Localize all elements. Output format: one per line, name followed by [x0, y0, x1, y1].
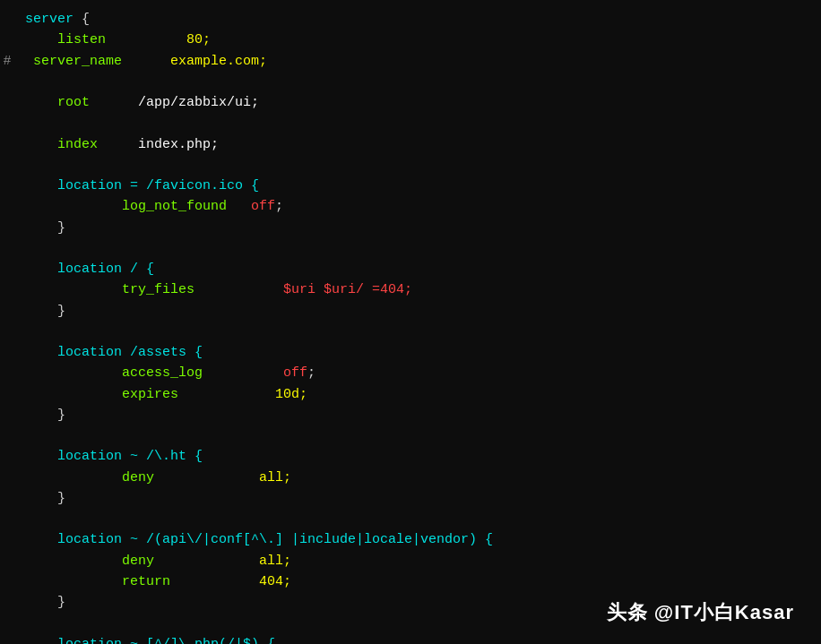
- code-token: server: [25, 12, 73, 27]
- line-content: root /app/zabbix/ui;: [18, 92, 807, 113]
- code-token: [194, 282, 283, 297]
- code-line: # server_name example.com;: [0, 51, 821, 72]
- line-content: location ~ /(api\/|conf[^\.] |include|lo…: [18, 529, 807, 550]
- code-token: location ~ /(api\/|conf[^\.] |include|lo…: [25, 532, 493, 547]
- code-token: }: [25, 304, 65, 319]
- code-line: return 404;: [0, 571, 821, 592]
- line-content: access_log off;: [18, 363, 807, 383]
- line-content: location = /favicon.ico {: [18, 176, 807, 196]
- code-line: [0, 425, 821, 446]
- code-token: location / {: [25, 262, 154, 277]
- code-line: listen 80;: [0, 30, 821, 50]
- code-line: location / {: [0, 259, 821, 279]
- line-content: [18, 425, 807, 446]
- code-token: try_files: [25, 282, 194, 297]
- code-token: index: [25, 137, 98, 152]
- code-token: [203, 365, 283, 381]
- line-content: expires 10d;: [18, 384, 807, 405]
- line-content: [18, 113, 807, 133]
- code-token: location = /favicon.ico {: [25, 178, 259, 193]
- code-token: location ~ [^/]\.php(/|$) {: [25, 637, 275, 645]
- code-token: location /assets {: [25, 345, 203, 360]
- watermark-text: 头条 @IT小白Kasar: [607, 601, 794, 623]
- code-line: [0, 113, 821, 133]
- code-line: }: [0, 218, 821, 238]
- code-line: log_not_found off;: [0, 196, 821, 217]
- code-line: }: [0, 405, 821, 425]
- code-line: [0, 155, 821, 176]
- code-line: root /app/zabbix/ui;: [0, 92, 821, 113]
- code-line: [0, 72, 821, 92]
- code-token: ;: [307, 365, 315, 381]
- code-token: }: [25, 408, 65, 423]
- line-content: }: [18, 301, 807, 322]
- line-content: deny all;: [18, 468, 807, 488]
- code-token: }: [25, 491, 65, 506]
- line-content: location ~ /\.ht {: [18, 446, 807, 467]
- line-content: [18, 155, 807, 176]
- code-token: expires: [25, 387, 178, 402]
- code-line: location ~ /\.ht {: [0, 446, 821, 467]
- code-token: off: [251, 199, 275, 214]
- code-token: /app/zabbix/ui;: [90, 95, 259, 110]
- code-line: }: [0, 301, 821, 322]
- code-token: access_log: [25, 365, 203, 381]
- line-content: index index.php;: [18, 134, 807, 155]
- code-token: all;: [154, 554, 291, 569]
- code-token: return: [25, 574, 170, 589]
- code-token: server_name: [25, 54, 122, 69]
- code-token: 404;: [170, 574, 291, 589]
- code-line: index index.php;: [0, 134, 821, 155]
- code-token: example.com;: [122, 54, 267, 69]
- code-token: }: [25, 220, 65, 236]
- code-line: location = /favicon.ico {: [0, 176, 821, 196]
- code-line: expires 10d;: [0, 384, 821, 405]
- code-token: all;: [259, 470, 291, 485]
- code-line: location ~ [^/]\.php(/|$) {: [0, 634, 821, 645]
- line-content: [18, 322, 807, 342]
- code-token: root: [25, 95, 90, 110]
- code-line: }: [0, 488, 821, 509]
- code-line: [0, 509, 821, 529]
- code-line: try_files $uri $uri/ =404;: [0, 279, 821, 300]
- code-line: deny all;: [0, 551, 821, 571]
- code-token: index.php;: [98, 137, 219, 152]
- line-gutter: #: [0, 51, 18, 72]
- line-content: listen 80;: [18, 30, 807, 50]
- code-token: ;: [275, 199, 283, 214]
- code-line: server {: [0, 9, 821, 30]
- code-token: $uri $uri/ =404;: [283, 282, 412, 297]
- code-token: {: [73, 12, 90, 27]
- line-content: [18, 509, 807, 529]
- code-token: deny: [25, 470, 154, 485]
- code-line: [0, 238, 821, 259]
- code-token: log_not_found: [25, 199, 227, 214]
- line-content: server_name example.com;: [18, 51, 807, 72]
- code-token: deny: [25, 554, 154, 569]
- code-token: }: [25, 595, 65, 610]
- line-content: return 404;: [18, 571, 807, 592]
- line-content: location / {: [18, 259, 807, 279]
- code-line: access_log off;: [0, 363, 821, 383]
- line-content: [18, 238, 807, 259]
- code-editor: server { listen 80;# server_name example…: [0, 0, 821, 644]
- line-content: try_files $uri $uri/ =404;: [18, 279, 807, 300]
- line-content: server {: [18, 9, 807, 30]
- code-token: listen: [25, 32, 106, 47]
- line-content: }: [18, 218, 807, 238]
- code-token: [227, 199, 251, 214]
- line-content: }: [18, 405, 807, 425]
- code-token: 80;: [106, 32, 211, 47]
- line-content: location /assets {: [18, 342, 807, 363]
- line-content: deny all;: [18, 551, 807, 571]
- line-content: }: [18, 488, 807, 509]
- watermark: 头条 @IT小白Kasar: [607, 597, 794, 628]
- line-content: log_not_found off;: [18, 196, 807, 217]
- code-line: deny all;: [0, 468, 821, 488]
- code-token: off: [283, 365, 307, 381]
- code-line: location ~ /(api\/|conf[^\.] |include|lo…: [0, 529, 821, 550]
- code-token: [154, 470, 259, 485]
- code-token: 10d;: [178, 387, 307, 402]
- code-token: location ~ /\.ht {: [25, 449, 203, 464]
- code-line: [0, 322, 821, 342]
